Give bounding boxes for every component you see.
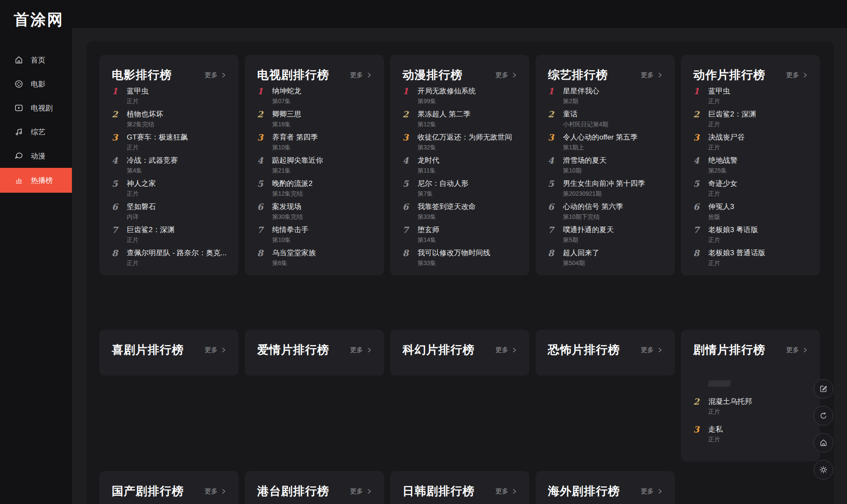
rank-item[interactable]: 8 老板娘3 普通话版 正片 [693,248,808,267]
rank-item[interactable]: 5 奇迹少女 正片 [693,179,808,198]
rank-item[interactable]: 8 查佩尔明星队 - 路奈尔：奥克... 正片 [112,248,226,267]
rank-item[interactable]: 7 巨齿鲨2：深渊 正片 [112,225,226,244]
rank-item-note: 小村民日记第4期 [563,120,608,128]
chevron-right-icon [367,347,372,353]
rank-item-note: 正片 [708,435,723,444]
more-link[interactable]: 更多 [641,487,662,495]
rank-item[interactable]: 2 卿卿三思 第16集 [257,110,372,128]
rank-item[interactable]: 6 伸冤人3 抢版 [693,202,808,221]
more-link[interactable]: 更多 [786,71,808,79]
more-link[interactable]: 更多 [205,346,226,354]
rank-item[interactable]: 3 GT赛车：极速狂飙 正片 [112,133,226,152]
rank-item[interactable]: 6 心动的信号 第六季 第10期下完结 [548,202,662,221]
rank-item[interactable]: 6 案发现场 第30集完结 [257,202,372,221]
rank-item-note: 第33集 [418,212,476,221]
more-link[interactable]: 更多 [350,346,372,354]
sidebar-item-hot-rank[interactable]: 热播榜 [0,168,72,193]
rank-item[interactable]: 5 男生女生向前冲 第十四季 第20230921期 [548,179,662,198]
rank-item[interactable]: 5 神人之家 正片 [112,179,226,198]
rank-item-body: 坚如磐石 内详 [127,202,156,221]
more-link[interactable]: 更多 [350,487,372,495]
more-link[interactable]: 更多 [641,71,662,79]
rank-item[interactable]: 3 决战丧尸谷 正片 [693,133,808,152]
sidebar: 首页 电影 电视剧 综艺 动漫 [0,0,72,504]
home-button[interactable] [814,433,833,453]
rank-item-note: 第10期 [563,166,607,175]
rank-number: 1 [403,86,418,105]
rank-item[interactable]: 7 噗通扑通的夏天 第5期 [548,225,662,244]
rank-item[interactable]: 2 巨齿鲨2：深渊 正片 [693,110,808,128]
rank-item-body: 老板娘3 普通话版 正片 [708,248,765,267]
rank-item[interactable]: 2 童话 小村民日记第4期 [548,110,662,128]
sidebar-item-variety[interactable]: 综艺 [0,120,72,144]
rank-item[interactable]: 4 冷战：武器竞赛 第4集 [112,156,226,175]
rank-item[interactable]: 3 养育者 第四季 第10集 [257,133,372,152]
more-link[interactable]: 更多 [205,487,226,495]
rank-item-title: 卿卿三思 [272,110,301,119]
rank-item-body: 果冻超人 第二季 第12集 [418,110,471,128]
rank-number: 3 [257,133,272,152]
card-header: 国产剧排行榜 更多 [112,484,226,498]
sidebar-item-movies[interactable]: 电影 [0,72,72,96]
rank-number: 2 [112,110,127,128]
more-link[interactable]: 更多 [495,487,517,495]
rank-item[interactable]: 1 蓝甲虫 正片 [112,86,226,105]
rank-item[interactable]: 1 纳坤蛇龙 第07集 [257,86,372,105]
card-header: 剧情片排行榜 更多 [693,343,808,357]
rank-item[interactable]: 3 收徒亿万返还：为师无敌世间 第32集 [403,133,517,152]
rank-item[interactable]: 5 晚酌的流派2 第12集完结 [257,179,372,198]
edit-button[interactable] [814,379,833,399]
rank-item[interactable]: 8 超人回来了 第504期 [548,248,662,267]
rank-item-note: 第25集 [708,166,737,175]
rank-item[interactable]: 4 踮起脚尖靠近你 第21集 [257,156,372,175]
sidebar-item-home[interactable]: 首页 [0,48,72,72]
rank-item[interactable]: 2 植物也坏坏 第2集完结 [112,110,226,128]
rank-item[interactable]: 2 果冻超人 第二季 第12集 [403,110,517,128]
rank-card: 电影排行榜 更多 1 蓝甲虫 正片 2 植物也坏坏 第2集完结 3 GT赛车：极… [99,55,239,275]
rank-item-body: 男生女生向前冲 第十四季 第20230921期 [563,179,645,198]
site-logo: 首涂网 [14,9,72,30]
more-link[interactable]: 更多 [495,346,517,354]
rank-item[interactable]: 1 星星伴我心 第2期 [548,86,662,105]
rank-item[interactable]: 3 走私 正片 [693,425,808,444]
rank-card: 爱情片排行榜 更多 [245,330,384,376]
rank-item[interactable]: 8 我可以修改万物时间线 第33集 [403,248,517,267]
rank-item[interactable]: 4 绝地战警 第25集 [693,156,808,175]
rank-item[interactable]: 8 乌当堂堂家族 第6集 [257,248,372,267]
rank-item[interactable]: 7 老板娘3 粤语版 正片 [693,225,808,244]
rank-item[interactable]: 3 令人心动的offer 第五季 第1期上 [548,133,662,152]
rank-item[interactable]: 4 龙时代 第11集 [403,156,517,175]
edit-icon [819,385,828,393]
rank-item[interactable]: 4 滑雪场的夏天 第10期 [548,156,662,175]
rank-item[interactable]: 6 坚如磐石 内详 [112,202,226,221]
rank-item-title: 蓝甲虫 [127,86,149,96]
refresh-button[interactable] [814,406,833,426]
bar-chart-icon [14,176,24,185]
rank-item[interactable]: 1 蓝甲虫 正片 [693,86,808,105]
sidebar-item-anime[interactable]: 动漫 [0,144,72,168]
more-link[interactable]: 更多 [350,71,372,79]
rank-item-title: 滑雪场的夏天 [563,156,607,165]
rank-item[interactable] [693,379,808,388]
rank-item-title: 养育者 第四季 [272,133,318,142]
more-link[interactable]: 更多 [641,346,662,354]
chevron-right-icon [221,72,226,78]
rank-item[interactable]: 6 我靠签到逆天改命 第33集 [403,202,517,221]
rank-item-title: 冷战：武器竞赛 [127,156,178,165]
rank-item-note: 第2期 [563,97,599,105]
more-label: 更多 [641,346,654,354]
rank-item[interactable]: 5 尼尔：自动人形 第7集 [403,179,517,198]
rank-item[interactable]: 1 开局无敌修仙系统 第99集 [403,86,517,105]
more-link[interactable]: 更多 [495,71,517,79]
rank-item-note: 第11集 [418,166,439,175]
chevron-right-icon [803,347,808,353]
more-link[interactable]: 更多 [205,71,226,79]
more-link[interactable]: 更多 [786,346,808,354]
theme-button[interactable] [814,460,833,480]
rank-item[interactable]: 2 混凝土乌托邦 正片 [693,397,808,416]
rank-item[interactable]: 7 纯情拳击手 第10集 [257,225,372,244]
chevron-right-icon [803,72,808,78]
sidebar-item-tv[interactable]: 电视剧 [0,96,72,120]
rank-item[interactable]: 7 堕玄师 第14集 [403,225,517,244]
card-header: 日韩剧排行榜 更多 [403,484,517,498]
